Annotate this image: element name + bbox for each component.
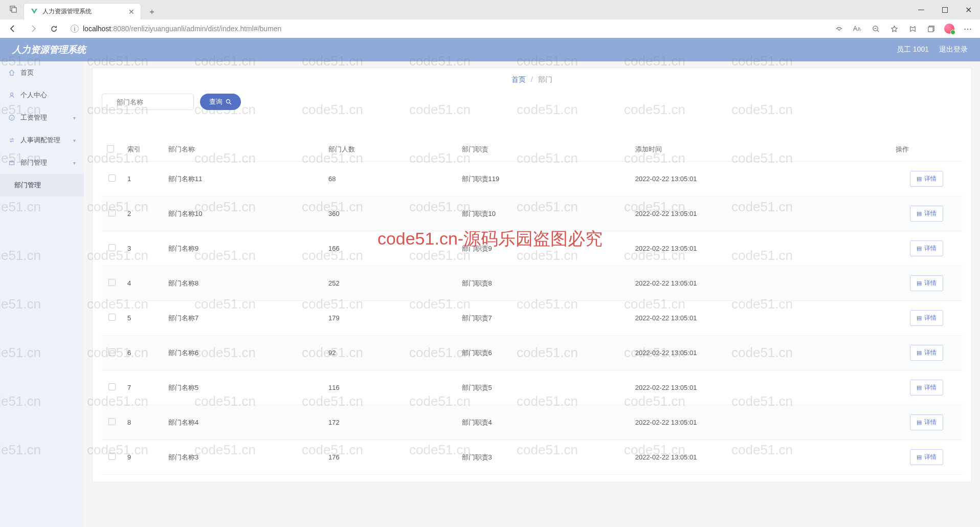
detail-button[interactable]: ▤详情 bbox=[910, 171, 943, 187]
tab-close-icon[interactable]: ✕ bbox=[128, 8, 135, 16]
chevron-down-icon: ▾ bbox=[73, 160, 76, 166]
detail-button[interactable]: ▤详情 bbox=[910, 275, 943, 291]
cell-time: 2022-02-22 13:05:01 bbox=[630, 266, 890, 301]
address-bar: i localhost:8080/renliziyuanguanli/admin… bbox=[0, 19, 980, 38]
cell-duty: 部门职责7 bbox=[457, 301, 630, 336]
close-window-button[interactable]: ✕ bbox=[956, 0, 980, 19]
detail-button[interactable]: ▤详情 bbox=[910, 449, 943, 465]
col-header-duty: 部门职责 bbox=[457, 138, 630, 162]
row-checkbox[interactable] bbox=[108, 453, 116, 460]
text-size-icon[interactable]: Aあ bbox=[849, 21, 865, 36]
cell-duty: 部门职责3 bbox=[457, 440, 630, 475]
cell-time: 2022-02-22 13:05:01 bbox=[630, 405, 890, 440]
row-checkbox[interactable] bbox=[108, 314, 116, 321]
profile-button[interactable] bbox=[941, 21, 957, 36]
sidebar-item-label: 部门管理 bbox=[20, 158, 47, 167]
sidebar-item-profile[interactable]: 个人中心 bbox=[0, 84, 84, 106]
back-button[interactable] bbox=[4, 21, 21, 36]
row-checkbox[interactable] bbox=[108, 348, 116, 356]
new-tab-button[interactable]: ＋ bbox=[144, 4, 160, 19]
detail-button[interactable]: ▤详情 bbox=[910, 345, 943, 361]
row-checkbox[interactable] bbox=[108, 383, 116, 390]
cell-index: 2 bbox=[122, 196, 163, 231]
tab-actions-button[interactable] bbox=[6, 2, 20, 16]
row-checkbox[interactable] bbox=[108, 244, 116, 251]
cell-name: 部门名称9 bbox=[163, 231, 323, 266]
favorites-icon[interactable] bbox=[886, 21, 902, 36]
cell-name: 部门名称3 bbox=[163, 440, 323, 475]
cell-duty: 部门职责4 bbox=[457, 405, 630, 440]
table-row: 6 部门名称6 92 部门职责6 2022-02-22 13:05:01 ▤详情 bbox=[102, 336, 962, 370]
cell-index: 4 bbox=[122, 266, 163, 301]
sidebar-item-label: 工资管理 bbox=[20, 113, 47, 122]
col-header-time: 添加时间 bbox=[630, 138, 890, 162]
cell-duty: 部门职责9 bbox=[457, 231, 630, 266]
sidebar-item-salary[interactable]: ¥ 工资管理 ▾ bbox=[0, 106, 84, 129]
zoom-out-icon[interactable] bbox=[867, 21, 884, 36]
table-header-row: 索引 部门名称 部门人数 部门职责 添加时间 操作 bbox=[102, 138, 962, 162]
table-row: 2 部门名称10 360 部门职责10 2022-02-22 13:05:01 … bbox=[102, 196, 962, 231]
user-badge[interactable]: 员工 1001 bbox=[897, 45, 929, 54]
table-row: 8 部门名称4 172 部门职责4 2022-02-22 13:05:01 ▤详… bbox=[102, 405, 962, 440]
cell-duty: 部门职责10 bbox=[457, 196, 630, 231]
row-checkbox[interactable] bbox=[108, 209, 116, 216]
cell-name: 部门名称11 bbox=[163, 162, 323, 196]
detail-button[interactable]: ▤详情 bbox=[910, 206, 943, 222]
refresh-button[interactable] bbox=[45, 21, 62, 36]
cell-count: 252 bbox=[323, 266, 457, 301]
maximize-button[interactable] bbox=[933, 0, 956, 19]
query-button[interactable]: 查询 bbox=[200, 94, 241, 110]
minimize-button[interactable]: ─ bbox=[909, 0, 933, 19]
collections-icon[interactable] bbox=[923, 21, 939, 36]
table-row: 3 部门名称9 166 部门职责9 2022-02-22 13:05:01 ▤详… bbox=[102, 231, 962, 266]
breadcrumb: 首页 / 部门 bbox=[102, 75, 962, 92]
row-checkbox[interactable] bbox=[108, 418, 116, 425]
favorites-bar-icon[interactable] bbox=[904, 21, 921, 36]
svg-line-15 bbox=[230, 103, 231, 104]
detail-label: 详情 bbox=[924, 453, 937, 462]
detail-label: 详情 bbox=[924, 209, 937, 218]
detail-button[interactable]: ▤详情 bbox=[910, 380, 943, 396]
app-header: 人力资源管理系统 员工 1001 退出登录 bbox=[0, 38, 980, 61]
cell-time: 2022-02-22 13:05:01 bbox=[630, 196, 890, 231]
department-table: 索引 部门名称 部门人数 部门职责 添加时间 操作 1 部门名称11 68 部门… bbox=[102, 138, 962, 475]
row-checkbox[interactable] bbox=[108, 279, 116, 286]
content-card: 首页 / 部门 查询 bbox=[92, 68, 972, 482]
search-icon bbox=[226, 99, 232, 105]
cell-name: 部门名称5 bbox=[163, 370, 323, 405]
cell-time: 2022-02-22 13:05:01 bbox=[630, 231, 890, 266]
sidebar-subitem-department[interactable]: 部门管理 bbox=[0, 174, 84, 196]
department-name-input[interactable] bbox=[102, 94, 194, 110]
cell-duty: 部门职责6 bbox=[457, 336, 630, 370]
detail-label: 详情 bbox=[924, 279, 937, 288]
browser-chrome: 人力资源管理系统 ✕ ＋ ─ ✕ i localhost:8080/renliz… bbox=[0, 0, 980, 38]
breadcrumb-home[interactable]: 首页 bbox=[511, 75, 526, 83]
more-menu-button[interactable]: ⋯ bbox=[960, 21, 976, 36]
sidebar-item-home[interactable]: 首页 bbox=[0, 61, 84, 84]
cell-index: 6 bbox=[122, 336, 163, 370]
detail-button[interactable]: ▤详情 bbox=[910, 310, 943, 326]
user-icon bbox=[8, 92, 15, 99]
read-aloud-icon[interactable] bbox=[831, 21, 847, 36]
svg-rect-3 bbox=[942, 7, 947, 12]
sidebar-item-transfer[interactable]: 人事调配管理 ▾ bbox=[0, 129, 84, 151]
svg-marker-2 bbox=[31, 9, 37, 14]
browser-tab[interactable]: 人力资源管理系统 ✕ bbox=[24, 3, 141, 19]
search-row: 查询 bbox=[102, 94, 962, 110]
briefcase-icon bbox=[8, 159, 15, 166]
sidebar: 首页 个人中心 ¥ 工资管理 ▾ 人事调配管理 ▾ 部门管理 ▾ bbox=[0, 61, 84, 527]
detail-button[interactable]: ▤详情 bbox=[910, 240, 943, 256]
row-checkbox[interactable] bbox=[108, 174, 116, 182]
sidebar-item-department[interactable]: 部门管理 ▾ bbox=[0, 151, 84, 174]
svg-rect-11 bbox=[10, 162, 14, 165]
select-all-checkbox[interactable] bbox=[107, 145, 114, 152]
forward-button[interactable] bbox=[25, 21, 42, 36]
document-icon: ▤ bbox=[917, 384, 922, 391]
site-info-icon[interactable]: i bbox=[71, 25, 79, 33]
cell-count: 166 bbox=[323, 231, 457, 266]
cell-count: 360 bbox=[323, 196, 457, 231]
detail-button[interactable]: ▤详情 bbox=[910, 414, 943, 430]
url-field[interactable]: i localhost:8080/renliziyuanguanli/admin… bbox=[65, 21, 828, 36]
logout-button[interactable]: 退出登录 bbox=[939, 45, 968, 54]
table-row: 1 部门名称11 68 部门职责119 2022-02-22 13:05:01 … bbox=[102, 162, 962, 196]
